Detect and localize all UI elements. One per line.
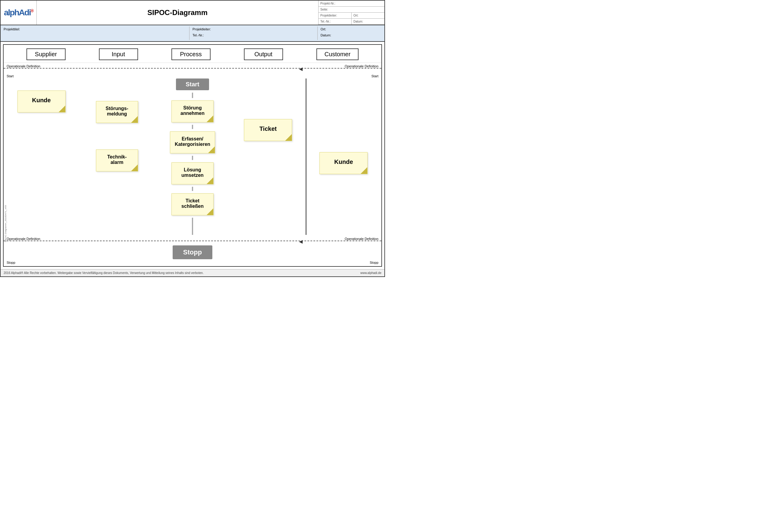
ort-cell: Ort: — [352, 13, 384, 18]
stopp-arrow: ◄ — [298, 238, 304, 245]
stopp-box: Stopp — [173, 245, 212, 259]
start-dashed-line — [4, 68, 381, 69]
datum-label: Datum: — [353, 20, 363, 23]
stopp-label-row: Stopp — [4, 245, 381, 259]
col-process: Start Störung annehmen Erfassen/ Katergo… — [155, 78, 230, 235]
process-note-stoerung: Störung annehmen — [171, 100, 214, 122]
projekttitel-label: Projekttitel: — [4, 27, 20, 31]
tel-label: Tel.-Nr.: — [320, 20, 331, 23]
stopp-label-bar: Stopp Stopp — [4, 261, 381, 266]
start-box: Start — [176, 78, 209, 90]
diagram-title: SIPOC-Diagramm — [147, 8, 208, 17]
col-supplier: Kunde — [4, 78, 79, 235]
col-customer: Kunde — [306, 78, 381, 235]
logo: alphAdi® — [4, 8, 33, 17]
tel-cell: Tel.-Nr.: — [319, 19, 352, 24]
col-output: Ticket — [230, 78, 306, 235]
process-conn-4 — [192, 187, 193, 191]
projekt-nr-cell: Projekt-Nr.: — [319, 1, 384, 6]
logo-area: alphAdi® — [1, 1, 37, 25]
projektleiter-cell: Projektleiter: — [319, 13, 352, 18]
meta-row-1: Projekt-Nr.: — [319, 1, 384, 7]
meta-row-4: Tel.-Nr.: Datum: — [319, 19, 384, 25]
input-note-technikalarm: Technik- alarm — [96, 149, 138, 171]
input-note-stoerungsmeldung: Störungs- meldung — [96, 101, 138, 123]
meta-area: Projekt-Nr.: Seite: Projektleiter: Ort: … — [318, 1, 384, 25]
datum-cell: Datum: — [352, 19, 384, 24]
process-conn-5 — [192, 218, 193, 235]
op-def-left-start: Operationale Definition — [7, 64, 40, 68]
process-note-ticket: Ticket schließen — [171, 193, 214, 215]
col-input: Störungs- meldung Technik- alarm — [79, 78, 155, 235]
projektleiter-label: Projektleiter: — [320, 14, 337, 17]
datum-bar-label: Datum: — [321, 33, 331, 37]
footer-bar: 2016 Alphadi® Alle Rechte vorbehalten. W… — [1, 269, 384, 276]
header-output: Output — [244, 48, 283, 60]
meta-row-3: Projektleiter: Ort: — [319, 13, 384, 19]
process-conn-3 — [192, 156, 193, 160]
op-def-right-start: Operationale Definition — [345, 64, 378, 68]
header-customer: Customer — [316, 48, 359, 60]
stopp-row: Stopp — [4, 247, 381, 259]
op-def-left-stopp: Operationale Definition — [7, 237, 40, 241]
process-note-loesung: Lösung umsetzen — [171, 162, 214, 184]
stopp-label-right: Stopp — [370, 261, 378, 264]
seite-cell: Seite: — [319, 7, 384, 12]
customer-note-kunde: Kunde — [319, 152, 368, 174]
stopp-dashed-line — [4, 241, 381, 241]
header-input: Input — [99, 48, 138, 60]
website-text: www.alphadi.de — [360, 271, 381, 275]
tel-bar-label: Tel.-Nr.: — [193, 33, 204, 37]
start-label-left: Start — [7, 74, 14, 78]
op-def-right-stopp: Operationale Definition — [345, 237, 378, 241]
start-arrow: ◄ — [298, 66, 304, 72]
header: alphAdi® SIPOC-Diagramm Projekt-Nr.: Sei… — [1, 1, 384, 25]
op-def-start-row: Operationale Definition Operationale Def… — [4, 64, 381, 74]
output-note-ticket: Ticket — [244, 119, 292, 141]
seite-label: Seite: — [320, 8, 328, 11]
process-conn-2 — [192, 125, 193, 129]
header-process: Process — [171, 48, 211, 60]
projektleiter-bar-label: Projektleiter: — [193, 27, 314, 31]
ort-label: Ort: — [353, 14, 359, 17]
project-bar: Projekttitel: Projektleiter: Tel.-Nr.: O… — [1, 25, 384, 42]
diagram-area: Supplier Input Process Output Customer O… — [3, 44, 382, 267]
process-note-erfassen: Erfassen/ Katergorisieren — [170, 131, 215, 153]
projekttitel-field: Projekttitel: — [1, 26, 189, 40]
supplier-note-kunde: Kunde — [17, 91, 66, 112]
header-supplier: Supplier — [26, 48, 66, 60]
meta-row-2: Seite: — [319, 7, 384, 13]
ort-bar-label: Ort: — [321, 27, 381, 31]
projekt-nr-label: Projekt-Nr.: — [320, 2, 335, 5]
stopp-label-left: Stopp — [7, 261, 15, 264]
start-label-right: Start — [371, 74, 378, 78]
ort-field: Ort: Datum: — [317, 26, 384, 40]
main-content: Kunde Störungs- meldung Technik- alarm S… — [4, 78, 381, 235]
projektleiter-field: Projektleiter: Tel.-Nr.: — [189, 26, 317, 40]
title-area: SIPOC-Diagramm — [37, 1, 318, 25]
copyright-text: 2016 Alphadi® Alle Rechte vorbehalten. W… — [4, 271, 204, 275]
sipoc-headers: Supplier Input Process Output Customer — [4, 45, 381, 63]
process-conn-1 — [192, 93, 193, 98]
